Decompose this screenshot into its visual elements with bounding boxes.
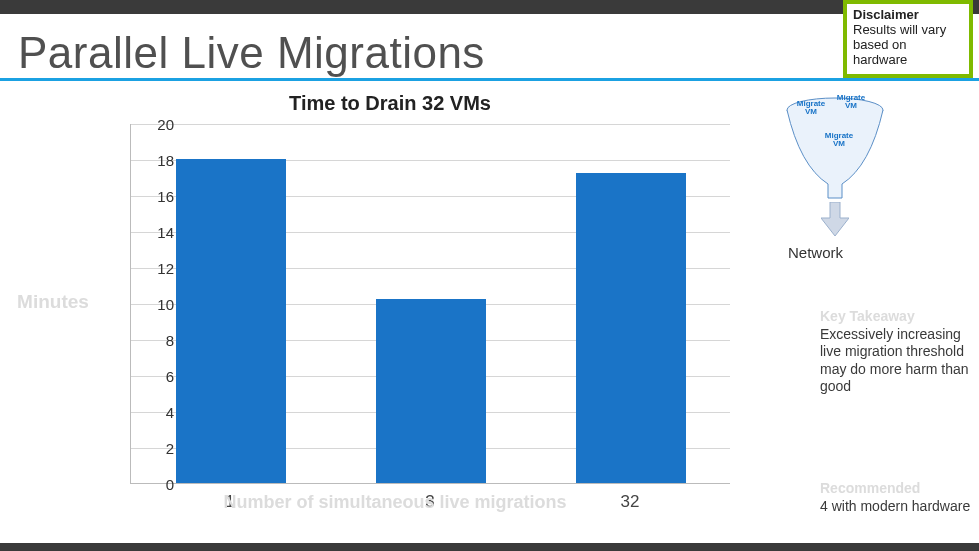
ytick: 12 — [144, 260, 174, 277]
y-axis-label: Minutes — [0, 291, 108, 313]
bar-32 — [576, 173, 686, 483]
ytick: 20 — [144, 116, 174, 133]
ytick: 6 — [144, 368, 174, 385]
recommended-heading: Recommended — [820, 480, 920, 496]
slide: Parallel Live Migrations Disclaimer Resu… — [0, 0, 979, 551]
ytick: 14 — [144, 224, 174, 241]
ytick: 0 — [144, 476, 174, 493]
disclaimer-heading: Disclaimer — [853, 8, 963, 23]
bar-1 — [176, 159, 286, 483]
plot-area — [130, 124, 730, 484]
recommended: Recommended 4 with modern hardware — [820, 480, 976, 515]
ytick: 8 — [144, 332, 174, 349]
ytick: 16 — [144, 188, 174, 205]
vm-label: Migrate VM — [822, 132, 856, 148]
funnel-diagram: Migrate VM Migrate VM Migrate VM — [780, 92, 890, 262]
vm-label: Migrate VM — [794, 100, 828, 116]
disclaimer-body: Results will vary based on hardware — [853, 23, 963, 68]
xtick: 3 — [330, 492, 530, 512]
arrow-down-icon — [821, 202, 849, 236]
vm-label: Migrate VM — [834, 94, 868, 110]
bar-3 — [376, 299, 486, 483]
chart-title: Time to Drain 32 VMs — [0, 92, 780, 115]
ytick: 4 — [144, 404, 174, 421]
ytick: 10 — [144, 296, 174, 313]
disclaimer-box: Disclaimer Results will vary based on ha… — [843, 0, 973, 78]
title-divider — [0, 78, 979, 81]
top-strip — [0, 0, 979, 14]
ytick: 2 — [144, 440, 174, 457]
takeaway-heading: Key Takeaway — [820, 308, 915, 324]
bottom-strip — [0, 543, 979, 551]
xtick: 1 — [130, 492, 330, 512]
network-label: Network — [788, 244, 843, 261]
ytick: 18 — [144, 152, 174, 169]
takeaway-body: Excessively increasing live migration th… — [820, 326, 969, 395]
page-title: Parallel Live Migrations — [18, 28, 485, 78]
chart: Time to Drain 32 VMs Minutes 20 18 16 14… — [0, 92, 780, 542]
key-takeaway: Key Takeaway Excessively increasing live… — [820, 308, 976, 396]
recommended-body: 4 with modern hardware — [820, 498, 970, 514]
xtick: 32 — [530, 492, 730, 512]
